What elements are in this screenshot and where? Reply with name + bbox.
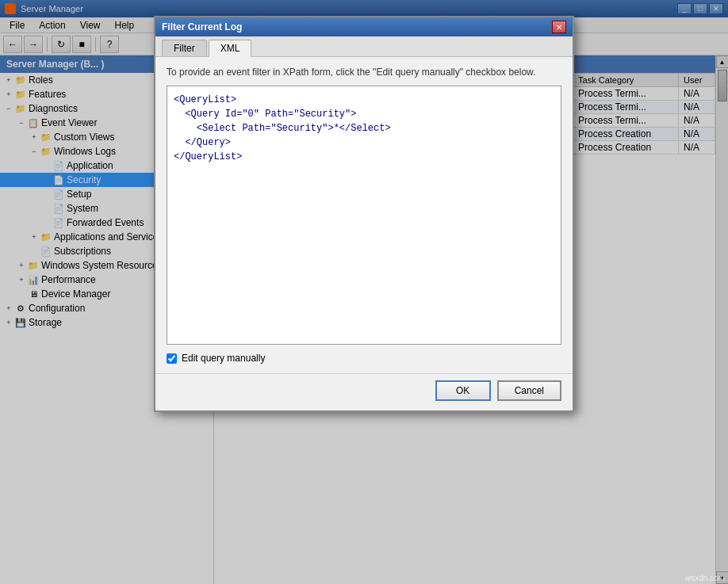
- dialog-tabs: Filter XML: [155, 36, 573, 57]
- dialog-content: To provide an event filter in XPath form…: [155, 57, 573, 373]
- filter-dialog: Filter Current Log ✕ Filter XML To provi…: [154, 16, 574, 412]
- dialog-close-button[interactable]: ✕: [552, 21, 566, 33]
- ok-button[interactable]: OK: [435, 380, 491, 401]
- dialog-overlay: Filter Current Log ✕ Filter XML To provi…: [0, 0, 728, 584]
- dialog-title: Filter Current Log: [162, 21, 242, 32]
- edit-query-row: Edit query manually: [167, 353, 561, 364]
- tab-filter[interactable]: Filter: [162, 40, 207, 56]
- dialog-info-text: To provide an event filter in XPath form…: [167, 67, 561, 78]
- cancel-button[interactable]: Cancel: [497, 380, 561, 401]
- tab-xml[interactable]: XML: [209, 40, 252, 57]
- dialog-buttons: OK Cancel: [155, 373, 573, 410]
- dialog-titlebar: Filter Current Log ✕: [155, 17, 573, 36]
- edit-query-checkbox[interactable]: [167, 353, 177, 364]
- edit-query-label[interactable]: Edit query manually: [182, 353, 265, 364]
- xml-query-textarea[interactable]: [167, 86, 561, 345]
- watermark: wsxdn.com: [685, 574, 725, 582]
